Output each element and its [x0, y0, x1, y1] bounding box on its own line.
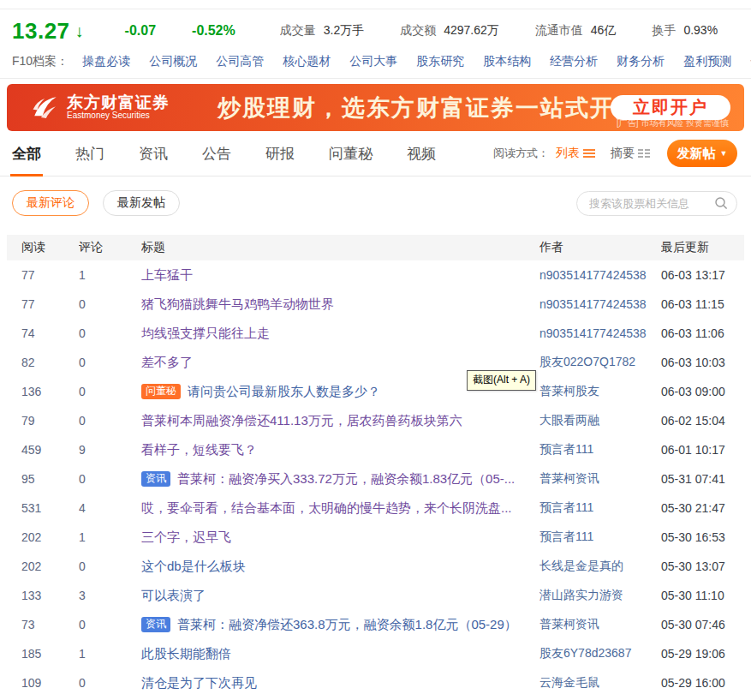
tab-研报[interactable]: 研报: [265, 131, 295, 176]
ad-disclaimer: [广告] 市场有风险 投资需谨慎: [617, 117, 729, 129]
forum-tabs: 全部热门资讯公告研报问董秘视频 阅读方式： 列表 摘要 发新帖 ▼: [0, 131, 751, 176]
price-change: -0.07: [125, 23, 156, 39]
post-updated-time: 06-03 09:00: [661, 385, 744, 398]
filter-pill-最新评论[interactable]: 最新评论: [12, 190, 89, 216]
table-row: 79 0 普莱柯本周融资净偿还411.13万元，居农药兽药板块第六 大眼看两融 …: [7, 406, 744, 435]
f10-link[interactable]: 操盘必读: [82, 54, 130, 68]
post-updated-time: 06-03 10:03: [661, 356, 744, 369]
f10-link[interactable]: 盈利预测: [683, 54, 731, 68]
post-title-link[interactable]: 此股长期能翻倍: [141, 646, 231, 662]
read-count: 133: [21, 589, 79, 602]
post-author-link[interactable]: 预言者111: [539, 500, 661, 516]
search-icon[interactable]: [714, 196, 728, 210]
post-title-link[interactable]: 看样子，短线要飞？: [141, 442, 257, 458]
post-title-link[interactable]: 清仓是为了下次再见: [141, 675, 257, 691]
post-title-link[interactable]: 可以表演了: [141, 588, 206, 604]
brand-text: 东方财富证券 Eastmoney Securities: [67, 94, 170, 120]
post-title-link[interactable]: 差不多了: [141, 355, 193, 371]
f10-link[interactable]: 核心题材: [283, 54, 331, 68]
title-cell: 这个db是什么板块: [141, 559, 539, 575]
read-count: 73: [21, 618, 79, 631]
brokerage-ad-banner[interactable]: 东方财富证券 Eastmoney Securities 炒股理财，选东方财富证券…: [7, 84, 744, 131]
table-row: 185 1 此股长期能翻倍 股友6Y78d23687 05-29 19:06: [7, 639, 744, 668]
header-comments: 评论: [79, 240, 141, 255]
post-title-link[interactable]: 哎，要伞哥看，结合基本面，太明确的慢牛趋势，来个长阴洗盘...: [141, 500, 512, 517]
post-title-link[interactable]: 请问贵公司最新股东人数是多少？: [188, 384, 380, 400]
stock-quote-bar: 13.27 ↓ -0.07 -0.52% 成交量3.2万手成交额4297.62万…: [0, 9, 751, 79]
post-author-link[interactable]: 大眼看两融: [539, 413, 661, 428]
tab-视频[interactable]: 视频: [407, 131, 436, 176]
tab-资讯[interactable]: 资讯: [139, 131, 168, 176]
table-row: 82 0 差不多了 股友022O7Q1782 06-03 10:03: [7, 348, 744, 377]
post-title-link[interactable]: 普莱柯：融资净买入333.72万元，融资余额1.83亿元（05-...: [177, 471, 515, 488]
read-mode-label: 阅读方式：: [493, 146, 549, 161]
comment-count: 1: [79, 647, 141, 661]
post-author-link[interactable]: 普莱柯资讯: [539, 617, 661, 632]
post-author-link[interactable]: 云海金毛鼠: [539, 675, 661, 691]
f10-links: 操盘必读公司概况公司高管核心题材公司大事股东研究股本结构经营分析财务分析盈利预测…: [82, 54, 751, 69]
post-author-link[interactable]: 预言者111: [539, 442, 661, 458]
post-author-link[interactable]: 股友6Y78d23687: [539, 646, 661, 661]
tab-全部[interactable]: 全部: [12, 131, 41, 176]
view-mode-digest[interactable]: 摘要: [611, 146, 650, 161]
comment-count: 0: [79, 385, 141, 398]
f10-link[interactable]: 股本结构: [483, 54, 531, 68]
f10-link[interactable]: 股东研究: [416, 54, 464, 68]
title-cell: 上车猛干: [141, 267, 539, 284]
post-title-link[interactable]: 上车猛干: [141, 267, 193, 284]
tab-热门[interactable]: 热门: [75, 131, 104, 176]
read-count: 77: [21, 297, 79, 311]
quote-stats: 成交量3.2万手成交额4297.62万流通市值46亿换手0.93%振幅2.10%…: [280, 23, 751, 39]
read-count: 74: [21, 326, 79, 340]
post-author-link[interactable]: 股友022O7Q1782: [539, 355, 661, 370]
comment-count: 9: [79, 443, 141, 457]
post-title-link[interactable]: 普莱柯：融资净偿还363.8万元，融资余额1.8亿元（05-29）: [177, 617, 517, 633]
table-row: 95 0 资讯 普莱柯：融资净买入333.72万元，融资余额1.83亿元（05-…: [7, 464, 744, 494]
post-title-link[interactable]: 普莱柯本周融资净偿还411.13万元，居农药兽药板块第六: [141, 413, 462, 429]
post-updated-time: 06-03 11:06: [661, 326, 744, 340]
post-author-link[interactable]: 普莱柯资讯: [539, 471, 661, 487]
tab-公告[interactable]: 公告: [202, 131, 231, 176]
post-author-link[interactable]: 预言者111: [539, 529, 661, 545]
f10-link[interactable]: 公司大事: [349, 54, 397, 68]
screenshot-hotkey-tooltip: 截图(Alt + A): [467, 370, 536, 391]
read-count: 109: [21, 676, 79, 690]
tab-问董秘[interactable]: 问董秘: [329, 131, 373, 176]
quote-stat: 换手0.93%: [652, 23, 718, 39]
post-title-link[interactable]: 这个db是什么板块: [141, 559, 246, 575]
list-view-icon: [583, 148, 595, 159]
f10-link[interactable]: 公司高管: [216, 54, 264, 68]
brand-name-cn: 东方财富证券: [67, 93, 170, 111]
post-title-link[interactable]: 猪飞狗猫跳舞牛马鸡鸭羊动物世界: [141, 296, 334, 313]
post-author-link[interactable]: n903514177424538: [539, 326, 661, 340]
post-title-link[interactable]: 三个字，迟早飞: [141, 529, 231, 546]
post-author-link[interactable]: 普莱柯股友: [539, 384, 661, 399]
f10-link[interactable]: 经营分析: [550, 54, 598, 68]
open-account-button[interactable]: 立即开户: [611, 95, 730, 120]
filter-pill-最新发帖[interactable]: 最新发帖: [103, 190, 180, 216]
table-row: 531 4 哎，要伞哥看，结合基本面，太明确的慢牛趋势，来个长阴洗盘... 预言…: [7, 494, 744, 523]
post-updated-time: 06-03 13:17: [661, 268, 744, 282]
table-row: 74 0 均线强支撑只能往上走 n903514177424538 06-03 1…: [7, 319, 744, 348]
eastmoney-logo-icon: [31, 93, 60, 123]
f10-link[interactable]: 公司概况: [149, 54, 197, 68]
f10-link[interactable]: 财务分析: [617, 54, 665, 68]
read-count: 77: [21, 268, 79, 282]
view-mode-list[interactable]: 列表: [556, 146, 595, 161]
read-count: 79: [21, 414, 79, 428]
title-cell: 均线强支撑只能往上走: [141, 326, 539, 342]
new-post-button[interactable]: 发新帖 ▼: [667, 140, 737, 167]
eastmoney-securities-logo: 东方财富证券 Eastmoney Securities: [31, 93, 170, 123]
comment-count: 0: [79, 472, 141, 486]
post-author-link[interactable]: n903514177424538: [539, 268, 661, 282]
post-author-link[interactable]: 潜山路实力游资: [539, 588, 661, 603]
search-input[interactable]: [589, 197, 709, 210]
post-author-link[interactable]: n903514177424538: [539, 297, 661, 311]
post-author-link[interactable]: 长线是金是真的: [539, 559, 661, 574]
header-title: 标题: [141, 240, 539, 255]
title-cell: 普莱柯本周融资净偿还411.13万元，居农药兽药板块第六: [141, 413, 539, 429]
read-count: 202: [21, 559, 79, 573]
post-title-link[interactable]: 均线强支撑只能往上走: [141, 326, 270, 342]
post-updated-time: 05-30 16:53: [661, 530, 744, 544]
table-row: 109 0 清仓是为了下次再见 云海金毛鼠 05-29 16:00: [7, 668, 744, 697]
